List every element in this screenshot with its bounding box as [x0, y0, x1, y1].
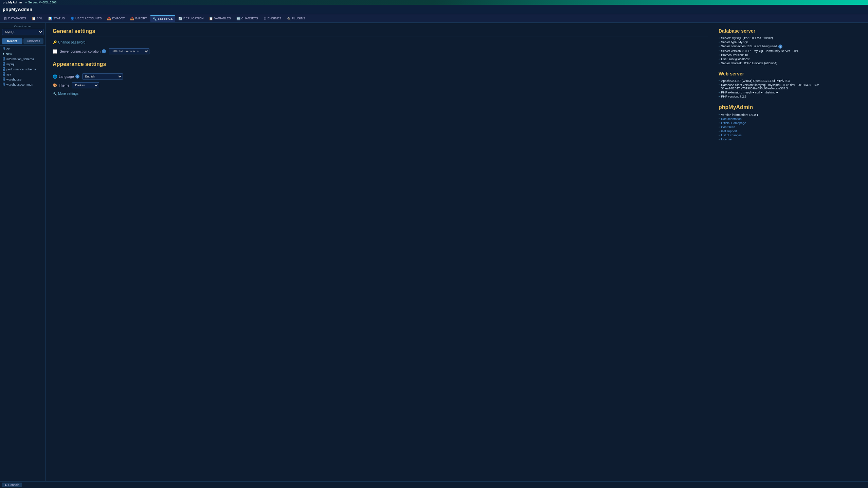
- sidebar-db-item[interactable]: 🗄warehousecommon: [0, 82, 46, 87]
- ssl-info-icon[interactable]: i: [778, 45, 782, 49]
- pma-contribute-link[interactable]: Contribute: [721, 125, 735, 129]
- engines-tab-label: ENGINES: [268, 17, 282, 20]
- top-bar: phpMyAdmin → Server: MySQL:3306: [0, 0, 868, 5]
- console-icon: ▶: [5, 483, 7, 487]
- db-name: warehouse: [6, 78, 21, 81]
- import-tab-label: IMPORT: [135, 17, 147, 20]
- nav-tab-settings[interactable]: 🔧SETTINGS: [150, 15, 175, 22]
- nav-tab-engines[interactable]: ⚙ENGINES: [261, 16, 284, 21]
- favorites-button[interactable]: Favorites: [23, 38, 44, 44]
- db-name: sys: [6, 73, 11, 76]
- sidebar-db-item[interactable]: 🗄information_schema: [0, 56, 46, 62]
- charsets-tab-icon: 🔤: [236, 17, 240, 20]
- pma-homepage-link[interactable]: Official Homepage: [721, 121, 746, 125]
- settings-tab-icon: 🔧: [152, 17, 157, 21]
- db-icon: ✦: [2, 52, 5, 56]
- pma-support-link[interactable]: Get support: [721, 129, 737, 133]
- db-icon: 🗄: [2, 67, 5, 71]
- web-server-item-php-ext: PHP extension: mysqli ● curl ● mbstring …: [719, 91, 861, 94]
- key-icon: 🔑: [53, 40, 57, 44]
- wrench-icon: 🔧: [53, 92, 57, 95]
- sidebar: Current server MySQL Recent Favorites 🗄e…: [0, 23, 46, 488]
- current-server-section: Current server MySQL: [0, 23, 46, 37]
- collation-label: Server connection collation i: [60, 49, 106, 53]
- db-name: performance_schema: [6, 68, 36, 71]
- pma-changes-link[interactable]: List of changes: [721, 134, 742, 137]
- user_accounts-tab-icon: 👤: [70, 17, 74, 20]
- database-server-title: Database server: [719, 28, 861, 34]
- db-name: ee: [6, 47, 10, 51]
- web-server-section: Web server Apache/2.4.27 (Win64) OpenSSL…: [719, 71, 861, 98]
- nav-tab-charsets[interactable]: 🔤CHARSETS: [234, 16, 260, 21]
- nav-tab-plugins[interactable]: 🔌PLUGINS: [284, 16, 308, 21]
- change-password-link[interactable]: 🔑 Change password: [53, 40, 708, 44]
- nav-tab-import[interactable]: 📥IMPORT: [128, 16, 149, 21]
- recent-button[interactable]: Recent: [2, 38, 22, 44]
- nav-tabs: 🗄DATABASES📋SQL📊STATUS👤USER ACCOUNTS📤EXPO…: [0, 14, 868, 23]
- content-left: General settings 🔑 Change password Serve…: [53, 28, 708, 483]
- pma-license-item: License: [719, 138, 861, 141]
- server-path: → Server: MySQL:3306: [24, 1, 57, 4]
- content-right: Database server Server: MySQL (127.0.0.1…: [719, 28, 861, 483]
- pma-docs-link[interactable]: Documentation: [721, 117, 742, 121]
- db-name: warehousecommon: [6, 83, 33, 86]
- import-tab-icon: 📥: [130, 17, 134, 20]
- status-tab-icon: 📊: [48, 17, 52, 20]
- nav-tab-sql[interactable]: 📋SQL: [29, 16, 45, 21]
- nav-tab-export[interactable]: 📤EXPORT: [105, 16, 127, 21]
- theme-select[interactable]: Darken: [72, 82, 99, 88]
- nav-tab-replication[interactable]: 🔄REPLICATION: [176, 16, 206, 21]
- plugins-tab-icon: 🔌: [287, 17, 291, 20]
- database-server-list: Server: MySQL (127.0.0.1 via TCP/IP) Ser…: [719, 36, 861, 65]
- content: General settings 🔑 Change password Serve…: [46, 23, 868, 488]
- variables-tab-label: VARIABLES: [214, 17, 231, 20]
- theme-label: 🎨 Theme: [53, 83, 69, 88]
- sidebar-buttons: Recent Favorites: [0, 37, 46, 46]
- nav-tab-variables[interactable]: 📋VARIABLES: [206, 16, 233, 21]
- language-info-icon[interactable]: i: [75, 74, 79, 79]
- logo: phpMyAdmin: [3, 7, 32, 12]
- pma-contribute-item: Contribute: [719, 125, 861, 129]
- sidebar-db-item[interactable]: 🗄sys: [0, 72, 46, 77]
- nav-tab-user_accounts[interactable]: 👤USER ACCOUNTS: [68, 16, 104, 21]
- db-name: information_schema: [6, 57, 34, 61]
- nav-tab-databases[interactable]: 🗄DATABASES: [1, 16, 29, 21]
- language-row: 🌐 Language i English: [53, 73, 708, 80]
- console-bar: ▶ Console: [0, 481, 868, 488]
- console-button[interactable]: ▶ Console: [2, 483, 22, 487]
- charsets-tab-label: CHARSETS: [241, 17, 258, 20]
- user_accounts-tab-label: USER ACCOUNTS: [75, 17, 102, 20]
- export-tab-icon: 📤: [107, 17, 111, 20]
- collation-checkbox[interactable]: [53, 49, 57, 54]
- db-server-item: Server: MySQL (127.0.0.1 via TCP/IP): [719, 36, 861, 40]
- sidebar-db-item[interactable]: 🗄performance_schema: [0, 67, 46, 72]
- status-tab-label: STATUS: [53, 17, 65, 20]
- replication-tab-icon: 🔄: [178, 17, 182, 20]
- db-icon: 🗄: [2, 72, 5, 76]
- pma-version-item: Version information: 4.9.0.1: [719, 113, 861, 117]
- sidebar-db-item[interactable]: 🗄ee: [0, 46, 46, 51]
- server-select[interactable]: MySQL: [2, 29, 43, 35]
- appearance-settings-title: Appearance settings: [53, 61, 708, 69]
- language-select[interactable]: English: [82, 73, 123, 80]
- pma-homepage-item: Official Homepage: [719, 121, 861, 125]
- collation-info-icon[interactable]: i: [102, 49, 106, 53]
- sidebar-db-item[interactable]: 🗄warehouse: [0, 77, 46, 82]
- theme-icon: 🎨: [53, 83, 57, 88]
- pma-support-item: Get support: [719, 129, 861, 133]
- web-server-item-db-client: Database client version: libmysql - mysq…: [719, 83, 861, 90]
- more-settings-link[interactable]: 🔧 More settings: [53, 92, 708, 95]
- collation-select[interactable]: utf8mb4_unicode_ci: [109, 48, 149, 54]
- pma-license-link[interactable]: License: [721, 138, 731, 141]
- export-tab-label: EXPORT: [112, 17, 125, 20]
- db-name: mysql: [6, 63, 15, 66]
- sidebar-db-item[interactable]: 🗄mysql: [0, 62, 46, 67]
- sidebar-db-item[interactable]: ✦New: [0, 51, 46, 56]
- nav-tab-status[interactable]: 📊STATUS: [46, 16, 67, 21]
- sql-tab-icon: 📋: [32, 17, 36, 20]
- db-type-item: Server type: MySQL: [719, 40, 861, 44]
- db-protocol-item: Protocol version: 10: [719, 53, 861, 57]
- web-server-item-php-ver: PHP version: 7.2.3: [719, 95, 861, 98]
- web-server-title: Web server: [719, 71, 861, 76]
- settings-tab-label: SETTINGS: [158, 17, 173, 20]
